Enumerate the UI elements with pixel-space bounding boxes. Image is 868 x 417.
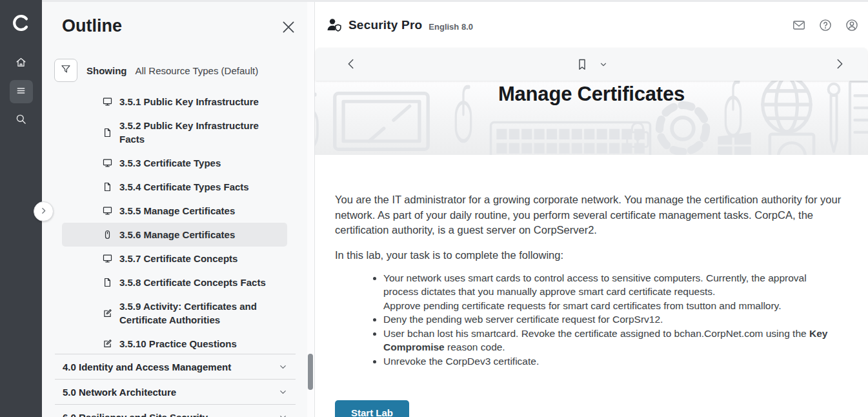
main-area: Security Pro English 8.0 Manage Certific…	[315, 2, 868, 417]
search-icon	[15, 113, 27, 128]
outline-item-label: 3.5.1 Public Key Infrastructure	[119, 95, 259, 108]
section-label: 5.0 Network Architecture	[63, 387, 176, 398]
close-outline-button[interactable]	[280, 19, 297, 36]
chevron-down-icon	[278, 412, 288, 417]
outline-item[interactable]: 3.5.2 Public Key Infrastructure Facts	[62, 114, 287, 151]
outline-item[interactable]: 3.5.9 Activity: Certificates and Certifi…	[62, 294, 287, 332]
header-actions	[792, 18, 859, 32]
task-item: Deny the pending web server certificate …	[383, 312, 839, 327]
bookmark-icon	[575, 57, 589, 72]
outline-item-label: 3.5.7 Certificate Concepts	[119, 252, 237, 265]
lesson-title: Manage Certificates	[315, 83, 868, 106]
outline-panel: Outline Showing All Resource Types (Defa…	[42, 2, 315, 417]
task-item: Your network uses smart cards to control…	[383, 271, 839, 313]
outline-item[interactable]: 3.5.5 Manage Certificates	[62, 199, 287, 223]
outline-item[interactable]: 3.5.6 Manage Certificates	[62, 223, 287, 247]
scenario-paragraph: You are the IT administrator for a growi…	[335, 192, 842, 238]
panel-collapse-button[interactable]	[34, 201, 54, 221]
outline-list: 3.5.1 Public Key Infrastructure3.5.2 Pub…	[62, 90, 287, 356]
next-lesson-button[interactable]	[833, 57, 847, 71]
task-list: Your network uses smart cards to control…	[315, 271, 839, 369]
outline-item[interactable]: 3.5.10 Practice Questions	[62, 332, 287, 356]
document-icon	[102, 127, 113, 138]
outline-title: Outline	[62, 16, 122, 36]
app-window: Outline Showing All Resource Types (Defa…	[0, 0, 868, 417]
outline-item-label: 3.5.6 Manage Certificates	[119, 228, 235, 241]
funnel-icon	[60, 63, 72, 77]
mail-button[interactable]	[792, 18, 806, 32]
outline-section[interactable]: 5.0 Network Architecture	[55, 379, 296, 404]
outline-item[interactable]: 3.5.1 Public Key Infrastructure	[62, 90, 287, 114]
bookmark-dropdown-button[interactable]	[599, 60, 608, 69]
chevron-down-icon	[278, 387, 288, 397]
outline-item-label: 3.5.5 Manage Certificates	[119, 204, 235, 218]
monitor-icon	[102, 205, 113, 216]
chevron-down-icon	[278, 362, 288, 372]
chevron-down-icon	[599, 60, 608, 69]
home-button[interactable]	[10, 52, 33, 75]
outline-section[interactable]: 6.0 Resiliency and Site Security	[55, 404, 296, 417]
monitor-icon	[102, 158, 113, 168]
outline-scrollbar[interactable]	[307, 2, 314, 417]
chevron-right-icon	[39, 206, 48, 218]
lock-watermark-icon	[621, 118, 654, 152]
product-edition: English 8.0	[429, 22, 473, 32]
brand-c-logo-icon[interactable]	[11, 8, 31, 37]
outline-item[interactable]: 3.5.4 Certificate Types Facts	[62, 175, 287, 199]
outline-item-label: 3.5.3 Certificate Types	[119, 156, 221, 170]
mail-icon	[792, 18, 806, 32]
course-header: Security Pro English 8.0	[315, 2, 868, 48]
outline-item-label: 3.5.10 Practice Questions	[119, 337, 237, 351]
person-shield-icon	[326, 17, 343, 34]
lesson-navbar	[316, 48, 867, 81]
top-strip	[42, 0, 868, 2]
gear-watermark-icon	[653, 99, 712, 155]
chevron-right-icon	[833, 62, 847, 73]
windows-logo-watermark-icon	[716, 131, 752, 155]
lesson-banner: Manage Certificates	[315, 81, 868, 155]
outline-sections: 4.0 Identity and Access Management5.0 Ne…	[55, 354, 296, 417]
outline-section[interactable]: 4.0 Identity and Access Management	[55, 354, 296, 379]
outline-item-label: 3.5.4 Certificate Types Facts	[119, 180, 249, 194]
start-lab-button[interactable]: Start Lab	[335, 400, 409, 417]
section-label: 6.0 Resiliency and Site Security	[63, 412, 208, 417]
outline-item-label: 3.5.8 Certificate Concepts Facts	[119, 276, 266, 289]
account-button[interactable]	[845, 18, 859, 32]
bookmark-group	[316, 48, 867, 81]
filter-value: All Resource Types (Default)	[136, 65, 259, 76]
task-item: User bchan lost his smartcard. Revoke th…	[383, 327, 839, 354]
edit-icon	[102, 338, 113, 349]
filter-button[interactable]	[54, 59, 77, 82]
scrollbar-thumb[interactable]	[308, 354, 313, 390]
edit-icon	[102, 308, 113, 319]
task-item: Unrevoke the CorpDev3 certificate.	[383, 354, 839, 369]
outline-item-label: 3.5.2 Public Key Infrastructure Facts	[119, 119, 282, 146]
outline-item[interactable]: 3.5.7 Certificate Concepts	[62, 247, 287, 270]
bookmark-button[interactable]	[575, 57, 589, 72]
mouse-icon	[102, 229, 113, 240]
monitor-icon	[102, 96, 113, 107]
filter-row: Showing All Resource Types (Default)	[54, 59, 258, 82]
close-icon	[280, 26, 297, 37]
outline-button[interactable]	[10, 80, 33, 103]
filter-showing-label: Showing	[86, 65, 127, 76]
home-icon	[15, 56, 27, 71]
lesson-body: You are the IT administrator for a growi…	[315, 155, 868, 417]
monitor-icon	[102, 253, 113, 264]
task-intro: In this lab, your task is to complete th…	[335, 249, 842, 261]
account-icon	[845, 18, 859, 32]
outline-item[interactable]: 3.5.3 Certificate Types	[62, 151, 287, 175]
document-icon	[102, 277, 113, 288]
search-button[interactable]	[10, 108, 33, 132]
square-circle-watermark-icon	[767, 131, 817, 155]
menu-icon	[15, 85, 27, 99]
help-button[interactable]	[818, 18, 833, 32]
outline-item-label: 3.5.9 Activity: Certificates and Certifi…	[119, 300, 282, 327]
outline-item[interactable]: 3.5.8 Certificate Concepts Facts	[62, 270, 287, 294]
help-icon	[818, 18, 833, 32]
section-label: 4.0 Identity and Access Management	[63, 361, 231, 372]
product-title: Security Pro	[348, 18, 422, 32]
document-icon	[102, 181, 113, 192]
